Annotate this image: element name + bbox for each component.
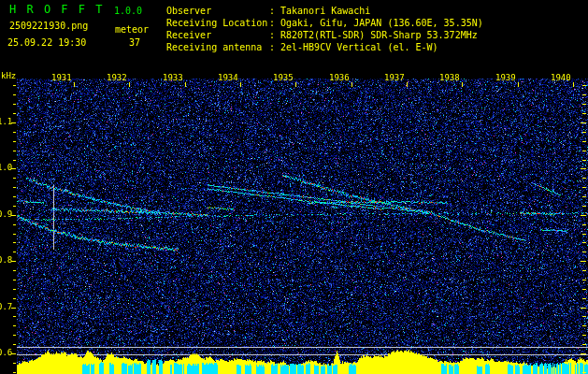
x-axis-tick-label: 1937 [384, 74, 405, 82]
x-axis-tick-label: 1931 [51, 74, 72, 82]
info-value: Ogaki, Gifu, JAPAN (136.60E, 35.35N) [280, 17, 483, 29]
info-colon: : [269, 41, 280, 53]
info-label: Receiving Location [166, 17, 269, 29]
x-axis-tick-label: 1938 [439, 74, 460, 82]
info-label: Observer [166, 5, 269, 17]
info-label: Receiver [166, 29, 269, 41]
info-row: Receiving Location: Ogaki, Gifu, JAPAN (… [166, 17, 483, 29]
x-axis-tick-label: 1932 [107, 74, 127, 82]
y-axis-tick-label: 0.7 [0, 303, 12, 311]
info-colon: : [269, 29, 280, 41]
x-axis-tick-label: 1935 [273, 74, 294, 82]
info-row: Receiver: R820T2(RTL-SDR) SDR-Sharp 53.3… [166, 29, 483, 41]
info-row: Observer: Takanori Kawachi [166, 5, 483, 17]
info-row: Receiving antenna: 2el-HB9CV Vertical (e… [166, 41, 483, 53]
info-value: Takanori Kawachi [280, 5, 370, 17]
y-axis-tick-label: 0.9 [0, 210, 12, 219]
x-axis-tick-label: 1934 [218, 74, 238, 82]
y-axis-tick-label: 0.6 [0, 349, 12, 357]
echo-count: 37 [129, 37, 140, 48]
y-axis-tick-label: 0.8 [0, 256, 12, 265]
station-info-table: Observer: Takanori KawachiReceiving Loca… [166, 5, 483, 53]
info-value: R820T2(RTL-SDR) SDR-Sharp 53.372MHz [280, 29, 478, 41]
hrofft-screen: H R O F F T 1.0.0 2509221930.png meteor … [0, 0, 588, 374]
x-axis-tick-label: 1940 [551, 74, 571, 82]
output-filename: 2509221930.png [9, 21, 88, 31]
y-axis-tick-label: 1.0 [0, 164, 12, 172]
info-colon: : [269, 17, 280, 29]
x-axis-tick-label: 1936 [329, 74, 350, 82]
spectrogram-canvas [0, 0, 588, 374]
datetime-label: 25.09.22 19:30 [7, 37, 86, 48]
info-value: 2el-HB9CV Vertical (el. E-W) [280, 41, 438, 53]
app-title: H R O F F T [9, 4, 104, 16]
x-axis-tick-label: 1939 [495, 74, 516, 82]
info-colon: : [269, 5, 280, 17]
y-axis-unit-label: kHz [1, 72, 16, 80]
info-label: Receiving antenna [166, 41, 269, 53]
app-version: 1.0.0 [114, 6, 142, 16]
mode-label: meteor [115, 24, 149, 35]
y-axis-tick-label: 1.1 [0, 118, 12, 126]
x-axis-tick-label: 1933 [163, 74, 183, 82]
